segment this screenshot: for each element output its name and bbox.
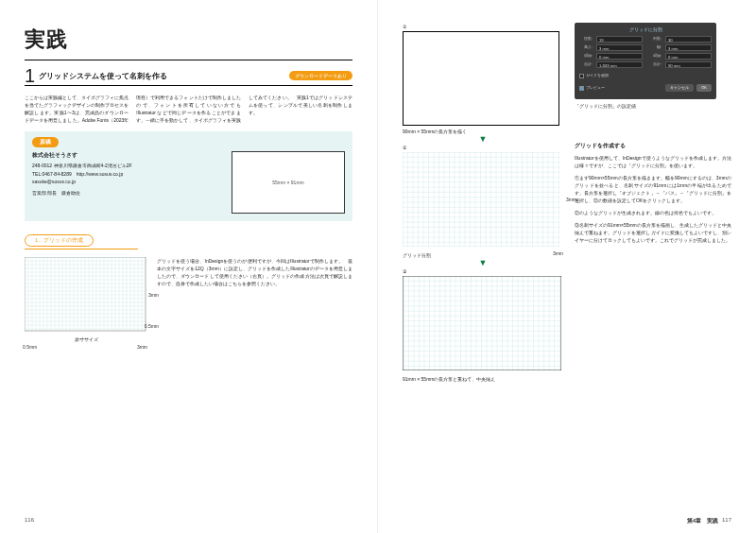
dlg-lbl: 間隔: [579,53,593,60]
business-card-outline: 55mm × 91mm [232,151,345,214]
lower-row: 原寸サイズ 0.5mm 3mm 3mm 0.5mm グリッドを使う場合、InDe… [25,257,352,343]
ok-button[interactable]: OK [696,84,712,92]
dlg-input[interactable]: 3 mm [596,44,643,51]
right-p4: ③名刺サイズの91mm×55mmの長方形を描画し、生成したグリッドと中央揃えで重… [575,221,731,244]
dlg-lbl: 列数: [648,36,662,43]
svg-rect-54 [403,152,559,247]
right-col: グリッドに分割 段数:19 高さ:3 mm 間隔:0 mm 合計:1.833 m… [575,23,731,383]
subsection-rule [25,249,138,249]
dialog-col-cols: 列数:30 幅:3 mm 間隔:0 mm 合計:90 mm [648,36,712,70]
rule-thin [25,85,352,86]
grid-figure: 原寸サイズ 0.5mm 3mm 3mm 0.5mm [25,257,147,343]
dlg-input[interactable]: 30 [665,36,712,43]
dlg-input[interactable]: 19 [596,36,643,43]
right-p3: ②のようなグリッドが生成されます。線の色は何色でもよいです。 [575,209,731,216]
fig-caption: 原寸サイズ [25,335,147,343]
fig3-cap: 91mm × 55mmの長方形と重ねて、中央揃え [403,375,563,383]
dialog-col-rows: 段数:19 高さ:3 mm 間隔:0 mm 合計:1.833 mm [579,36,643,70]
fig2-cap: グリッド分割 [403,251,431,259]
card-tel: TEL:0467-84-8289 http://www.sosus.co.jp [32,170,222,179]
figure-stack: ① 90mm × 55mmの長方形を描く ▼ ② 3mm [403,23,563,383]
dlg-lbl: 合計: [579,61,593,68]
card-addr: 248-0012 神奈川県鎌倉市御成町4-2清宮ビル2F [32,162,222,170]
section-number: 1 [25,66,35,85]
dlg-input[interactable]: 1.833 mm [596,61,643,68]
dlg-input[interactable]: 90 mm [665,61,712,68]
page-left: 実践 1 グリッドシステムを使って名刺を作る ダウンロードデータあり ここからは… [0,0,378,533]
fig3-grid [403,276,561,370]
right-p2: ①まず90mm×55mmの長方形を描きます。幅を90mmにするのは、3mmのグリ… [575,174,731,204]
page-number-right: 117 [722,516,731,525]
dlg-lbl: 高さ: [579,44,593,51]
card-text: 株式会社そうさす 248-0012 神奈川県鎌倉市御成町4-2清宮ビル2F TE… [32,151,222,214]
dlg-input[interactable]: 3 mm [665,44,712,51]
dlg-lbl: 幅: [648,44,662,51]
dlg-input[interactable]: 0 mm [596,53,643,60]
fig2-grid [403,152,559,247]
preview-checkbox[interactable]: プレビュー [579,85,605,92]
card-company: 株式会社そうさす [32,151,222,160]
card-badge: 原稿 [32,137,59,147]
dlg-lbl: 段数: [579,36,593,43]
checkbox-on-icon [579,86,584,91]
grid-split-dialog: グリッドに分割 段数:19 高さ:3 mm 間隔:0 mm 合計:1.833 m… [575,23,716,99]
svg-rect-106 [404,276,560,370]
fig2-dim-b: 3mm [553,249,563,259]
fig1-rect [403,31,559,126]
section-title: グリッドシステムを使って名刺を作る [39,71,167,85]
dim-w1: 0.5mm [23,343,37,351]
intro-text: ここからは実践編として、タイポグラフィに焦点を当てたグラフィックデザインの制作プ… [25,94,352,124]
right-p1: Illustratorを使用して、InDesignで使うようなグリッドを作成しま… [575,154,731,169]
dlg-input[interactable]: 0 mm [665,53,712,60]
dim-w2: 3mm [137,343,147,351]
card-name: 営業部 部長 鎌倉助佐 [32,189,222,198]
book-spread: 実践 1 グリッドシステムを使って名刺を作る ダウンロードデータあり ここからは… [0,0,756,533]
fig2-dim-r: 3mm [566,196,576,203]
right-h1: グリッドを作成する [575,142,731,151]
dialog-caption: 「グリッドに分割」の設定値 [575,102,731,110]
guide-checkbox[interactable]: ガイドを追加 [579,73,712,79]
arrow-down-icon: ▼ [403,259,563,267]
arrow-down-icon: ▼ [403,135,563,144]
page-right: ① 90mm × 55mmの長方形を描く ▼ ② 3mm [378,0,756,533]
section-header: 1 グリッドシステムを使って名刺を作る ダウンロードデータあり [25,66,352,85]
right-text: グリッドを作成する Illustratorを使用して、InDesignで使うよう… [575,142,731,245]
download-badge: ダウンロードデータあり [289,71,352,80]
chapter-mark: 第4章 実践 [687,517,718,525]
dialog-title: グリッドに分割 [579,26,712,33]
checkbox-icon [579,74,584,78]
dim-h1: 0.5mm [145,322,159,330]
grid-svg [25,257,147,335]
dim-h2: 3mm [148,291,159,299]
lower-text: グリッドを使う場合、InDesignを使うのが便利ですが、今回はIllustra… [157,257,352,343]
dlg-lbl: 間隔: [648,53,662,60]
fig1-label: ① [403,23,563,30]
subsection-pill: 1…グリッドの作成 [25,234,94,247]
card-size-label: 55mm × 91mm [272,179,303,186]
fig2-label: ② [403,144,563,151]
hero-title: 実践 [25,23,352,56]
source-card: 原稿 株式会社そうさす 248-0012 神奈川県鎌倉市御成町4-2清宮ビル2F… [25,131,352,221]
card-mail: sasuke@sosus.co.jp [32,178,222,186]
rule-heavy [25,60,352,60]
cancel-button[interactable]: キャンセル [665,84,694,92]
dlg-lbl: 合計: [648,61,662,68]
fig3-label: ③ [403,267,563,275]
page-number-left: 116 [25,516,34,525]
